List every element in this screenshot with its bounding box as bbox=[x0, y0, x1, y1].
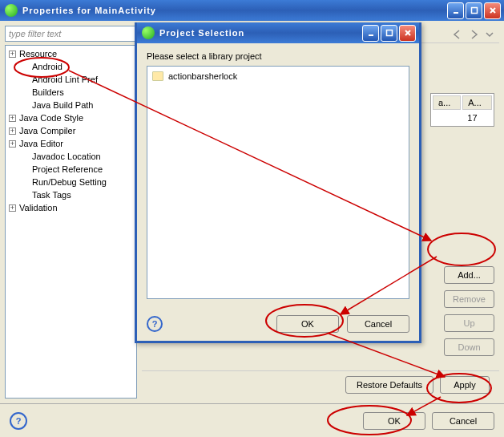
down-button[interactable]: Down bbox=[444, 338, 494, 356]
apply-button[interactable]: Apply bbox=[440, 376, 490, 394]
maximize-button[interactable] bbox=[466, 2, 482, 19]
tree-item-label: Java Compiler bbox=[19, 126, 75, 136]
tree-item-label: Android Lint Pref bbox=[32, 75, 98, 84]
filter-input[interactable]: type filter text bbox=[5, 26, 137, 42]
tree-item[interactable]: +Java Code Style bbox=[6, 111, 136, 124]
tree-item[interactable]: +Resource bbox=[6, 47, 136, 60]
restore-defaults-button[interactable]: Restore Defaults bbox=[345, 376, 433, 394]
tree-item-label: Project Reference bbox=[32, 164, 103, 174]
dialog-titlebar: Project Selection bbox=[137, 22, 419, 43]
table-header-2[interactable]: A... bbox=[462, 95, 492, 110]
tree-item-label: Resource bbox=[19, 49, 57, 59]
dialog-maximize-button[interactable] bbox=[381, 25, 397, 42]
tree-item-label: Android bbox=[32, 62, 62, 71]
folder-icon bbox=[152, 71, 163, 81]
tree-indent bbox=[22, 76, 29, 83]
app-icon bbox=[5, 4, 18, 17]
category-tree[interactable]: +ResourceAndroidAndroid Lint PrefBuilder… bbox=[5, 45, 137, 399]
expand-icon[interactable]: + bbox=[9, 204, 16, 212]
outer-ok-button[interactable]: OK bbox=[363, 412, 425, 430]
back-icon[interactable] bbox=[451, 28, 464, 41]
tree-item-label: Task Tags bbox=[32, 190, 71, 200]
dialog-ok-button[interactable]: OK bbox=[276, 315, 339, 333]
tree-item[interactable]: +Java Editor bbox=[6, 137, 136, 150]
expand-icon[interactable]: + bbox=[9, 51, 16, 58]
tree-item[interactable]: Task Tags bbox=[6, 188, 136, 201]
outer-cancel-button[interactable]: Cancel bbox=[432, 412, 494, 430]
tree-item-label: Java Editor bbox=[19, 139, 63, 148]
tree-indent bbox=[22, 153, 29, 160]
dialog-cancel-button[interactable]: Cancel bbox=[347, 315, 409, 333]
outer-title: Properties for MainActivity bbox=[22, 6, 447, 15]
tree-indent bbox=[22, 102, 29, 109]
tree-item[interactable]: Javadoc Location bbox=[6, 150, 136, 163]
tree-item-label: Javadoc Location bbox=[32, 152, 101, 161]
outer-titlebar: Properties for MainActivity bbox=[0, 0, 504, 21]
dialog-minimize-button[interactable] bbox=[362, 25, 379, 42]
menu-icon[interactable] bbox=[483, 28, 496, 41]
minimize-button[interactable] bbox=[447, 2, 464, 19]
tree-item[interactable]: Builders bbox=[6, 86, 136, 99]
expand-icon[interactable]: + bbox=[9, 115, 16, 122]
tree-item[interactable]: Java Build Path bbox=[6, 99, 136, 111]
tree-item-label: Java Code Style bbox=[19, 113, 83, 123]
tree-item-label: Builders bbox=[32, 87, 64, 97]
tree-indent bbox=[22, 179, 29, 186]
project-list[interactable]: actionbarsherlock bbox=[147, 66, 409, 299]
tree-item[interactable]: +Validation bbox=[6, 201, 136, 214]
help-icon[interactable]: ? bbox=[10, 412, 27, 430]
dialog-prompt: Please select a library project bbox=[147, 51, 409, 61]
tree-indent bbox=[22, 166, 29, 173]
library-table[interactable]: a...A... 17 bbox=[430, 93, 494, 127]
list-item[interactable]: actionbarsherlock bbox=[151, 70, 405, 83]
dialog-help-icon[interactable]: ? bbox=[147, 316, 163, 332]
dialog-title: Project Selection bbox=[159, 28, 362, 38]
tree-item-label: Run/Debug Setting bbox=[32, 177, 107, 187]
tree-item-label: Java Build Path bbox=[32, 100, 93, 110]
tree-item[interactable]: Android Lint Pref bbox=[6, 73, 136, 86]
dialog-icon bbox=[142, 26, 155, 39]
forward-icon[interactable] bbox=[467, 28, 480, 41]
tree-item[interactable]: Project Reference bbox=[6, 163, 136, 176]
close-button[interactable] bbox=[484, 2, 501, 19]
dialog-close-button[interactable] bbox=[399, 25, 416, 42]
tree-indent bbox=[22, 63, 29, 71]
tree-item-label: Validation bbox=[19, 203, 58, 212]
up-button[interactable]: Up bbox=[444, 314, 494, 332]
svg-rect-5 bbox=[386, 30, 392, 36]
add-button[interactable]: Add... bbox=[444, 266, 494, 284]
table-header-1[interactable]: a... bbox=[433, 95, 461, 110]
table-cell-api: 17 bbox=[462, 111, 492, 124]
svg-rect-1 bbox=[471, 8, 477, 14]
remove-button[interactable]: Remove bbox=[444, 290, 494, 308]
tree-indent bbox=[22, 89, 29, 96]
left-pane: type filter text +ResourceAndroidAndroid… bbox=[5, 26, 137, 399]
tree-indent bbox=[22, 192, 29, 199]
defaults-row: Restore Defaults Apply bbox=[142, 370, 499, 399]
expand-icon[interactable]: + bbox=[9, 127, 16, 135]
tree-item[interactable]: Android bbox=[6, 60, 136, 73]
tree-item[interactable]: Run/Debug Setting bbox=[6, 176, 136, 188]
project-selection-dialog: Project Selection Please select a librar… bbox=[135, 22, 421, 343]
list-item-label: actionbarsherlock bbox=[168, 71, 237, 81]
outer-footer: ? OK Cancel bbox=[0, 403, 504, 437]
tree-item[interactable]: +Java Compiler bbox=[6, 124, 136, 137]
expand-icon[interactable]: + bbox=[9, 140, 16, 148]
